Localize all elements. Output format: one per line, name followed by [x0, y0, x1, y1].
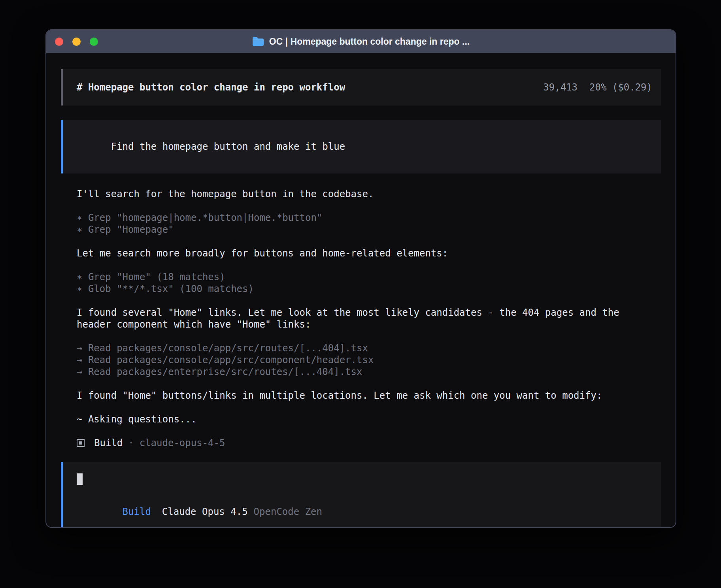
spacer-line	[77, 259, 661, 271]
tool-call-line: ∗ Grep "Home" (18 matches)	[77, 271, 661, 283]
spacer-line	[77, 425, 661, 437]
assistant-message-line: I found "Home" buttons/links in multiple…	[77, 390, 661, 401]
terminal-content: # Homepage button color change in repo w…	[46, 53, 676, 528]
assistant-message-line: I found several "Home" links. Let me loo…	[77, 307, 661, 318]
window-titlebar[interactable]: OC | Homepage button color change in rep…	[46, 30, 676, 53]
agent-box-icon	[77, 439, 85, 447]
assistant-message-line: I'll search for the homepage button in t…	[77, 188, 661, 200]
agent-separator: ·	[128, 437, 134, 449]
tool-call-line: → Read packages/enterprise/src/routes/[.…	[77, 366, 661, 378]
model-info-line: BuildClaude Opus 4.5OpenCode Zen	[77, 494, 647, 528]
tool-call-line: ∗ Glob "**/*.tsx" (100 matches)	[77, 283, 661, 295]
agent-model: claude-opus-4-5	[140, 437, 225, 449]
window-title-text: OC | Homepage button color change in rep…	[269, 36, 470, 47]
window-controls	[55, 30, 98, 53]
assistant-message-line: header component which have "Home" links…	[77, 318, 661, 330]
model-name: Claude Opus 4.5	[162, 506, 248, 517]
terminal-window: OC | Homepage button color change in rep…	[45, 29, 676, 528]
transcript: I'll search for the homepage button in t…	[61, 188, 661, 449]
user-message-text: Find the homepage button and make it blu…	[111, 141, 345, 152]
agent-name: Build	[94, 437, 123, 449]
spacer-line	[77, 236, 661, 247]
tool-call-line: ∗ Grep "homepage|home.*button|Home.*butt…	[77, 212, 661, 224]
minimize-button[interactable]	[72, 38, 81, 46]
agent-status-line: Build · claude-opus-4-5	[77, 437, 661, 449]
token-count: 39,413	[543, 81, 578, 93]
spacer-line	[77, 401, 661, 413]
tool-call-line: → Read packages/console/app/src/routes/[…	[77, 342, 661, 354]
folder-icon	[252, 37, 264, 46]
session-header: # Homepage button color change in repo w…	[61, 69, 661, 106]
spacer-line	[77, 295, 661, 307]
status-message-line: ~ Asking questions...	[77, 413, 661, 425]
tool-call-line: ∗ Grep "Homepage"	[77, 224, 661, 236]
user-message: Find the homepage button and make it blu…	[61, 120, 661, 173]
tool-call-line: → Read packages/console/app/src/componen…	[77, 354, 661, 366]
session-title: # Homepage button color change in repo w…	[77, 81, 345, 93]
spacer-line	[77, 330, 661, 342]
close-button[interactable]	[55, 38, 63, 46]
assistant-message-line: Let me search more broadly for buttons a…	[77, 247, 661, 259]
text-cursor	[77, 473, 83, 485]
spacer-line	[77, 200, 661, 212]
session-stats: 39,413 20% ($0.29)	[543, 81, 652, 93]
model-provider: OpenCode Zen	[254, 506, 322, 517]
zoom-button[interactable]	[90, 38, 98, 46]
mode-label[interactable]: Build	[123, 506, 151, 517]
window-title: OC | Homepage button color change in rep…	[252, 36, 470, 47]
context-cost: 20% ($0.29)	[589, 81, 652, 93]
spacer-line	[77, 378, 661, 390]
prompt-input[interactable]: BuildClaude Opus 4.5OpenCode Zen	[61, 462, 661, 528]
